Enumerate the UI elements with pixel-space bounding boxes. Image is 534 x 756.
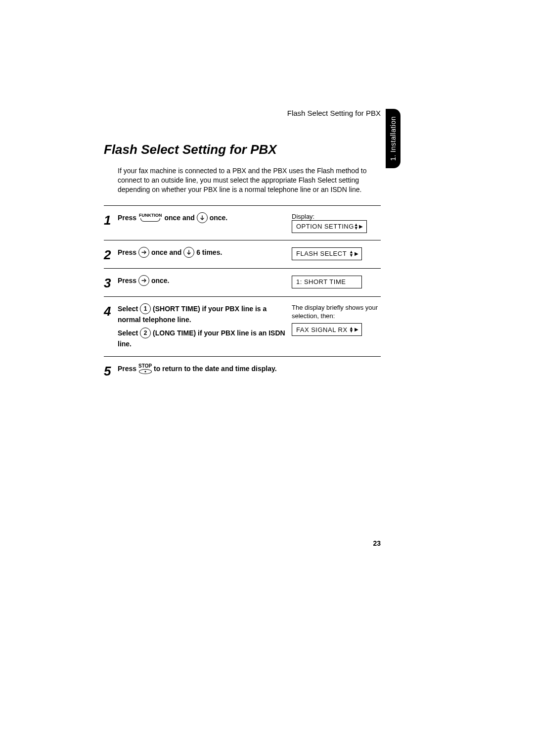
nav-arrows-icon: ▲▼▶ — [354, 223, 363, 230]
down-arrow-key-icon — [183, 247, 194, 258]
digit-2-key-icon: 2 — [140, 328, 151, 338]
step-5: 5 Press STOP to return to the date and t… — [104, 357, 381, 384]
lcd-display: 1: SHORT TIME — [292, 276, 362, 288]
step-3: 3 Press once. 1: SHORT TIME — [104, 269, 381, 296]
text: Press — [118, 365, 138, 373]
step-1: 1 Press FUNKTION once and once. Display:… — [104, 206, 381, 240]
nav-arrows-icon: ▲▼▶ — [349, 327, 358, 333]
step-instruction: Press once. — [118, 276, 292, 286]
right-arrow-key-icon — [138, 247, 149, 258]
stop-key-icon: STOP — [138, 364, 152, 374]
lcd-text: 1: SHORT TIME — [296, 278, 346, 285]
side-tab-label: 1. Installation — [389, 116, 397, 161]
text: once and — [151, 248, 183, 256]
text: Press — [118, 277, 138, 284]
lcd-display: OPTION SETTING ▲▼▶ — [292, 220, 367, 233]
page-number: 23 — [104, 539, 381, 547]
step-number: 4 — [104, 304, 118, 318]
running-head: Flash Select Setting for PBX — [104, 109, 381, 117]
step-instruction: Press once and 6 times. — [118, 247, 292, 258]
text: once. — [151, 277, 170, 284]
step-display: FLASH SELECT ▲▼▶ — [292, 247, 381, 260]
text: once and — [164, 214, 196, 222]
step-display: 1: SHORT TIME — [292, 276, 381, 288]
step-number: 2 — [104, 247, 118, 261]
lcd-text: FLASH SELECT — [296, 250, 347, 257]
text: Select — [118, 329, 140, 337]
text: Press — [118, 214, 138, 222]
intro-paragraph: If your fax machine is connected to a PB… — [118, 166, 381, 194]
digit-label: 2 — [144, 330, 147, 336]
funktion-key-icon: FUNKTION — [138, 213, 163, 222]
text: to return to the date and time display. — [154, 365, 277, 373]
page-title: Flash Select Setting for PBX — [104, 142, 381, 157]
lcd-text: OPTION SETTING — [296, 223, 354, 230]
stop-key-label: STOP — [138, 363, 152, 369]
funktion-key-label: FUNKTION — [139, 213, 162, 218]
page-content: Flash Select Setting for PBX Flash Selec… — [104, 109, 381, 384]
step-number: 3 — [104, 276, 118, 289]
step-number: 1 — [104, 213, 118, 227]
step-display: Display: OPTION SETTING ▲▼▶ — [292, 213, 381, 233]
step-number: 5 — [104, 364, 118, 378]
lcd-text: FAX SIGNAL RX — [296, 326, 348, 333]
text: 6 times. — [196, 248, 222, 256]
nav-arrows-icon: ▲▼▶ — [349, 250, 358, 257]
step-instruction: Press FUNKTION once and once. — [118, 213, 292, 224]
display-note: The display briefly shows your selection… — [292, 304, 381, 321]
step-display: The display briefly shows your selection… — [292, 304, 381, 336]
lcd-display: FAX SIGNAL RX ▲▼▶ — [292, 323, 362, 336]
display-label: Display: — [292, 213, 314, 220]
right-arrow-key-icon — [138, 275, 149, 286]
digit-label: 1 — [144, 306, 147, 312]
text: Press — [118, 248, 138, 256]
down-arrow-key-icon — [197, 212, 208, 223]
step-2: 2 Press once and 6 times. FLASH SELECT ▲… — [104, 240, 381, 268]
digit-1-key-icon: 1 — [140, 303, 151, 314]
step-instruction: Select 1 (SHORT TIME) if your PBX line i… — [118, 304, 292, 350]
side-tab-installation: 1. Installation — [386, 109, 400, 168]
text: Select — [118, 305, 140, 313]
step-instruction: Press STOP to return to the date and tim… — [118, 364, 381, 375]
lcd-display: FLASH SELECT ▲▼▶ — [292, 247, 362, 260]
text: once. — [210, 214, 228, 222]
step-4: 4 Select 1 (SHORT TIME) if your PBX line… — [104, 297, 381, 357]
